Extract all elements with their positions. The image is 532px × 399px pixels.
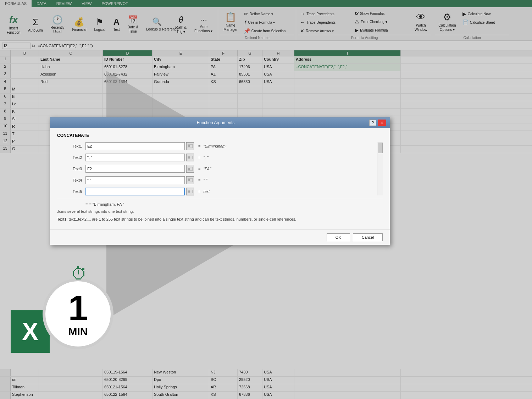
arg-label-text3: Text3 bbox=[57, 167, 85, 171]
arg-input-text5[interactable] bbox=[85, 188, 185, 195]
arg-refbtn-text1[interactable] bbox=[186, 142, 194, 150]
dialog-controls: ? ✕ bbox=[369, 120, 386, 126]
arg-label-text4: Text4 bbox=[57, 178, 85, 182]
dialog-title: Function Arguments bbox=[62, 120, 369, 125]
arg-input-text4[interactable] bbox=[85, 176, 185, 184]
dialog-result-val: = "Birmingham, PA " bbox=[89, 202, 124, 206]
dialog-func-name: CONCATENATE bbox=[57, 133, 383, 138]
arg-val-text5: text bbox=[203, 189, 210, 194]
dialog-close-button[interactable]: ✕ bbox=[378, 120, 386, 126]
excel-x-letter: X bbox=[22, 317, 39, 346]
dialog-footer: OK Cancel bbox=[50, 229, 390, 245]
timer-circle: 1 MIN bbox=[43, 278, 113, 349]
timer-area: ⏱ 1 MIN bbox=[43, 278, 113, 349]
svg-rect-9 bbox=[188, 190, 190, 193]
arg-row-text4: Text4 = " " bbox=[57, 176, 383, 184]
arg-row-text1: Text1 = "Birmingham" bbox=[57, 142, 383, 150]
arg-row-text5: Text5 = text bbox=[57, 188, 383, 195]
dialog-scrollbar[interactable] bbox=[377, 142, 383, 195]
arg-refbtn-text5[interactable] bbox=[186, 188, 194, 195]
dialog-result-row: = = "Birmingham, PA " bbox=[57, 199, 383, 206]
dialog-body: CONCATENATE Text1 = "Birmingham" bbox=[50, 128, 390, 229]
timer-number: 1 bbox=[68, 290, 88, 326]
svg-rect-5 bbox=[188, 168, 190, 170]
arg-input-text3[interactable] bbox=[85, 165, 185, 173]
arg-row-text3: Text3 = "PA" bbox=[57, 165, 383, 173]
dialog-desc-top: Joins several text strings into one text… bbox=[57, 209, 383, 214]
arg-val-text3: "PA" bbox=[203, 167, 211, 171]
dialog-cancel-button[interactable]: Cancel bbox=[353, 233, 383, 241]
svg-rect-3 bbox=[188, 156, 190, 159]
function-arguments-dialog: Function Arguments ? ✕ CONCATENATE Text1… bbox=[50, 117, 390, 245]
arg-val-text4: " " bbox=[203, 178, 207, 182]
scrollbar-thumb[interactable] bbox=[378, 143, 383, 153]
dialog-titlebar: Function Arguments ? ✕ bbox=[50, 117, 390, 128]
excel-branding: X ⏱ 1 MIN bbox=[11, 278, 113, 353]
arg-input-text2[interactable] bbox=[85, 154, 185, 161]
svg-rect-1 bbox=[188, 145, 190, 147]
timer-label: MIN bbox=[68, 326, 88, 338]
arg-refbtn-text2[interactable] bbox=[186, 154, 194, 161]
arg-val-text2: ", " bbox=[203, 155, 208, 160]
dialog-desc-bottom: Text1: text1,text2,... are 1 to 255 text… bbox=[57, 216, 383, 222]
dialog-ok-button[interactable]: OK bbox=[327, 233, 350, 241]
arg-label-text2: Text2 bbox=[57, 155, 85, 160]
arg-label-text1: Text1 bbox=[57, 144, 85, 148]
arg-row-text2: Text2 = ", " bbox=[57, 154, 383, 161]
stopwatch-icon: ⏱ bbox=[71, 264, 87, 283]
arg-val-text1: "Birmingham" bbox=[203, 144, 227, 148]
arg-input-text1[interactable] bbox=[85, 142, 185, 150]
svg-rect-7 bbox=[188, 179, 190, 181]
arg-refbtn-text3[interactable] bbox=[186, 165, 194, 173]
dialog-help-button[interactable]: ? bbox=[369, 120, 376, 126]
arg-refbtn-text4[interactable] bbox=[186, 176, 194, 184]
arg-label-text5: Text5 bbox=[57, 189, 85, 194]
